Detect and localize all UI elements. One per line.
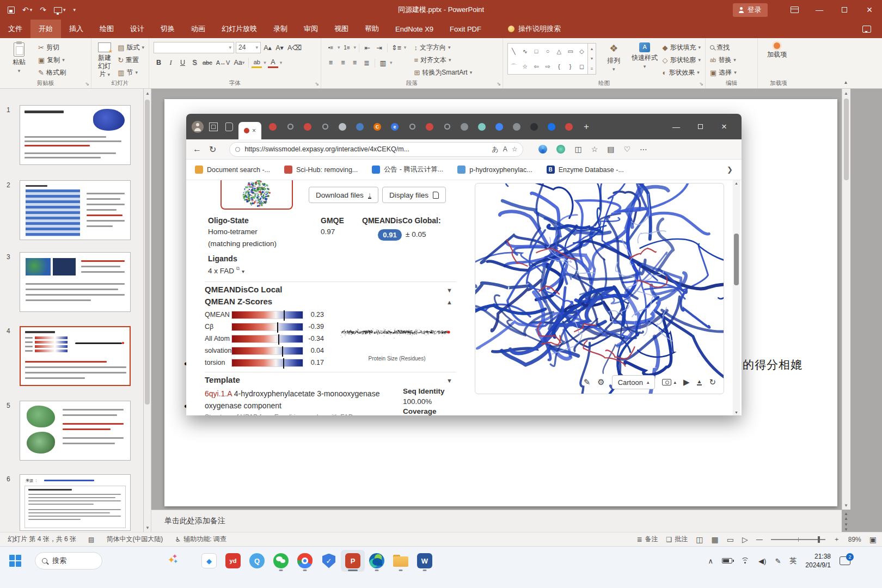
refresh-icon[interactable]: ↻ — [209, 144, 216, 155]
comments-toggle-button[interactable]: ❑批注 — [666, 535, 688, 544]
split-screen-icon[interactable]: ◫ — [574, 145, 581, 154]
pen-icon[interactable]: ✎ — [775, 557, 781, 565]
powerpoint-icon[interactable]: P — [341, 550, 365, 572]
screenshot-camera-icon[interactable]: ▴ — [662, 379, 676, 385]
increase-indent-button[interactable]: ⇥ — [374, 42, 384, 53]
ribbon-tab-帮助[interactable]: 帮助 — [357, 20, 387, 38]
read-aloud-icon[interactable]: A — [503, 145, 507, 153]
undo-icon[interactable]: ↶▾ — [22, 5, 32, 14]
scroll-down-icon[interactable]: ▼ — [842, 501, 850, 510]
next-slide-button[interactable]: ▼▼ — [844, 522, 848, 532]
replace-button[interactable]: ab替换▾ — [710, 54, 737, 65]
browser-tab[interactable] — [282, 119, 298, 135]
scroll-down-icon[interactable]: ▼ — [144, 523, 151, 532]
numbering-button[interactable]: 1≡ — [342, 42, 352, 53]
youdao-dict-icon[interactable]: yd — [221, 550, 245, 572]
scroll-down-icon[interactable]: ▼ — [733, 411, 740, 414]
slide-thumbnail-6[interactable]: 来源 ： — [20, 474, 131, 531]
quick-styles-button[interactable]: A快速样式▾ — [632, 41, 658, 80]
render-style-dropdown[interactable]: Cartoon▴ — [612, 375, 656, 389]
columns-button[interactable]: ▥ — [378, 57, 388, 68]
slide-sorter-view-icon[interactable]: ▦ — [711, 535, 718, 544]
convert-smartart-button[interactable]: ⊞转换为SmartArt▾ — [414, 67, 472, 78]
battery-icon[interactable] — [722, 558, 732, 564]
chrome-icon[interactable] — [293, 550, 317, 572]
browser-tab[interactable] — [404, 119, 420, 135]
align-center-button[interactable]: ≡ — [338, 57, 348, 68]
maximize-button[interactable] — [832, 0, 857, 20]
collapse-ribbon-button[interactable]: ▴ — [844, 79, 847, 85]
drawing-dialog-launcher[interactable]: ⇘ — [699, 81, 703, 87]
section-button[interactable]: ▥节▾ — [118, 67, 144, 78]
slide-thumbnail-5[interactable] — [20, 401, 131, 461]
fit-to-window-icon[interactable]: ▣ — [869, 535, 877, 544]
photos-app-icon[interactable]: ◆ — [197, 550, 221, 572]
browser-tab[interactable]: e — [387, 119, 403, 135]
bookmark-item[interactable]: Document search -... — [195, 165, 270, 174]
browser-tab[interactable] — [474, 119, 490, 135]
ribbon-tab-切换[interactable]: 切换 — [152, 20, 183, 38]
previous-slide-button[interactable]: ▲▲ — [844, 511, 848, 521]
change-case-button[interactable]: Aa▾ — [232, 57, 246, 68]
favorite-star-icon[interactable]: ☆ — [512, 145, 518, 153]
slide-thumbnail-4-selected[interactable] — [20, 326, 131, 386]
tray-expand-icon[interactable]: ∧ — [708, 557, 714, 565]
increase-font-size-button[interactable]: A▴ — [262, 42, 273, 53]
reset-button[interactable]: ↻重置 — [118, 54, 144, 65]
text-shadow-button[interactable]: S — [189, 57, 200, 68]
slide-canvas[interactable]: • • 的得分相媲 × Ce + — — [164, 99, 837, 506]
text-direction-button[interactable]: ↕文字方向▾ — [414, 42, 472, 53]
shape-gallery-scroll[interactable]: ▴▾≡ — [588, 43, 596, 75]
strikethrough-button[interactable]: abc — [201, 57, 213, 68]
ribbon-display-options-button[interactable] — [782, 0, 807, 20]
structure-viewer[interactable]: ✎ ⚙ Cartoon▴ ▴ ▶ ▲ ↻ — [475, 183, 724, 394]
edit-icon[interactable]: ✎ — [584, 377, 591, 387]
font-size-combobox[interactable]: 24▾ — [236, 42, 261, 53]
browser-tab[interactable] — [352, 119, 368, 135]
taskbar-clock[interactable]: 21:38 2024/9/1 — [805, 552, 831, 569]
display-files-button[interactable]: Display files — [382, 187, 446, 203]
zoom-out-icon[interactable]: — — [756, 536, 763, 543]
thumbnail-panel-scrollbar[interactable]: ▲ ▼ — [144, 89, 151, 532]
browser-tab[interactable] — [561, 119, 577, 135]
decrease-font-size-button[interactable]: A▾ — [274, 42, 285, 53]
back-icon[interactable]: ← — [193, 144, 201, 154]
layout-button[interactable]: ▤版式▾ — [118, 42, 144, 53]
shape-gallery[interactable]: ╲∿□○△▭◇ ⌒☆⇦⇨{}◻ — [507, 43, 588, 75]
ribbon-tab-EndNote X9[interactable]: EndNote X9 — [387, 20, 442, 38]
select-button[interactable]: ▣选择▾ — [710, 67, 737, 78]
eject-icon[interactable]: ▲ — [697, 379, 702, 385]
zoom-slider[interactable] — [771, 539, 825, 540]
template-section[interactable]: Template — [205, 375, 240, 384]
settings-menu-icon[interactable]: ⋯ — [640, 145, 647, 154]
zoom-level[interactable]: 89% — [848, 536, 861, 543]
character-spacing-button[interactable]: A↔V — [215, 57, 231, 68]
browser-tab[interactable] — [439, 119, 455, 135]
font-color-button[interactable]: A — [268, 57, 278, 68]
qmean-zscores-section[interactable]: QMEAN Z-Scores — [205, 297, 272, 306]
font-name-combobox[interactable]: ▾ — [154, 42, 234, 53]
download-files-button[interactable]: Download files↓ — [309, 187, 378, 203]
bookmark-item[interactable]: p-hydroxyphenylac... — [457, 165, 532, 174]
slide-thumbnail-1[interactable] — [20, 105, 131, 165]
cube-tab-icon[interactable] — [209, 122, 218, 131]
bold-button[interactable]: B — [154, 57, 164, 68]
notes-toggle-button[interactable]: ≣备注 — [636, 535, 658, 544]
browser-tab[interactable] — [509, 119, 525, 135]
bullets-button[interactable]: •≡ — [326, 42, 336, 53]
ligands-value[interactable]: 4 x FAD ⧉ ▾ — [208, 266, 244, 275]
chevron-down-icon[interactable]: ▾ — [242, 268, 244, 274]
browser-tab[interactable] — [334, 119, 351, 135]
close-tab-icon[interactable]: × — [252, 127, 256, 134]
minimize-button[interactable]: — — [807, 0, 832, 20]
align-right-button[interactable]: ≡ — [350, 57, 360, 68]
notes-pane[interactable]: 单击此处添加备注 — [151, 510, 842, 532]
ribbon-tab-动画[interactable]: 动画 — [183, 20, 213, 38]
ribbon-tab-视图[interactable]: 视图 — [326, 20, 357, 38]
bookmark-item[interactable]: 公告 - 腾讯云计算... — [372, 165, 443, 174]
browser-tab[interactable] — [491, 119, 507, 135]
extension-icon[interactable] — [556, 145, 565, 154]
ribbon-tab-设计[interactable]: 设计 — [122, 20, 152, 38]
ribbon-tab-Foxit PDF[interactable]: Foxit PDF — [442, 20, 489, 38]
favorites-icon[interactable]: ☆ — [591, 145, 598, 154]
